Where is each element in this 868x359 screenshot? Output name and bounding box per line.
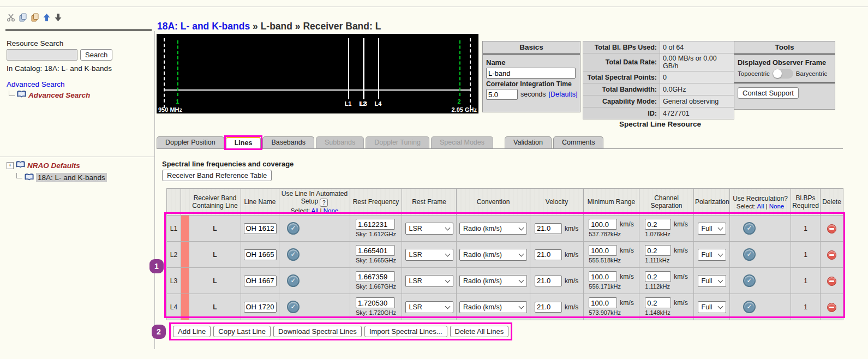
use-line-checkbox[interactable]: ✓ bbox=[287, 222, 300, 235]
use-line-checkbox[interactable]: ✓ bbox=[287, 301, 300, 313]
summary-value: 0 of 64 bbox=[660, 41, 734, 53]
tabstrip-baseline bbox=[157, 148, 843, 149]
convention-select[interactable]: Radio (km/s) bbox=[459, 223, 527, 235]
minimum-range-field[interactable] bbox=[589, 245, 617, 256]
convention-select[interactable]: Radio (km/s) bbox=[459, 301, 527, 313]
row-color-strip bbox=[181, 216, 189, 242]
recirculation-checkbox[interactable]: ✓ bbox=[743, 274, 756, 287]
spectrum-axis-end: 2.05 GHz bbox=[452, 106, 477, 113]
polarization-select[interactable]: Full bbox=[698, 275, 726, 287]
spectral-line-marker bbox=[363, 38, 364, 99]
channel-separation-field[interactable] bbox=[645, 245, 671, 256]
download-spectral-lines-button[interactable]: Download Spectral Lines bbox=[273, 326, 362, 337]
polarization-select[interactable]: Full bbox=[698, 223, 726, 235]
line-name-field[interactable] bbox=[244, 302, 277, 313]
defaults-link[interactable]: [Defaults] bbox=[549, 91, 578, 98]
receiver-edge-label: 1 bbox=[176, 98, 179, 105]
rest-frequency-field[interactable] bbox=[356, 271, 395, 282]
in-catalog-note: In Catalog: 18A: L- and K-bands bbox=[7, 64, 112, 73]
receiver-band-reference-button[interactable]: Receiver Band Reference Table bbox=[162, 170, 272, 181]
rest-frame-select[interactable]: LSR bbox=[405, 223, 453, 235]
paste-icon[interactable] bbox=[31, 13, 39, 22]
rest-frequency-field[interactable] bbox=[356, 245, 395, 256]
delete-line-icon[interactable] bbox=[827, 277, 836, 286]
observer-frame-toggle[interactable] bbox=[773, 69, 793, 79]
contact-support-button[interactable]: Contact Support bbox=[738, 87, 799, 99]
integration-time-field[interactable] bbox=[486, 89, 518, 100]
tab-subbands: Subbands bbox=[316, 136, 364, 148]
line-name-field[interactable] bbox=[244, 249, 277, 260]
velocity-field[interactable] bbox=[535, 302, 562, 313]
receiver-edge-dashed-line bbox=[459, 40, 460, 96]
spectral-line-marker-label: L4 bbox=[374, 100, 381, 107]
convention-select[interactable]: Radio (km/s) bbox=[459, 275, 527, 287]
delete-line-icon[interactable] bbox=[827, 303, 836, 312]
tab-validation[interactable]: Validation bbox=[505, 136, 552, 148]
help-icon[interactable]: ? bbox=[320, 199, 328, 207]
tab-lines[interactable]: Lines bbox=[226, 136, 261, 148]
use-line-checkbox[interactable]: ✓ bbox=[287, 274, 300, 287]
tab-comments[interactable]: Comments bbox=[553, 136, 603, 148]
minimum-range-hz: 555.518kHz bbox=[589, 257, 633, 264]
unit-label: km/s bbox=[565, 251, 578, 259]
name-field[interactable] bbox=[486, 68, 576, 79]
add-line-button[interactable]: Add Line bbox=[173, 326, 211, 337]
velocity-field[interactable] bbox=[535, 276, 562, 286]
delete-line-icon[interactable] bbox=[827, 224, 836, 234]
recirculation-checkbox[interactable]: ✓ bbox=[743, 248, 756, 261]
velocity-field[interactable] bbox=[535, 223, 562, 234]
tree-item-catalog[interactable]: 18A: L- and K-bands bbox=[14, 173, 107, 182]
rest-frequency-field[interactable] bbox=[356, 297, 395, 308]
line-name-field[interactable] bbox=[244, 223, 277, 234]
col-rest-frame: Rest Frame bbox=[402, 189, 457, 216]
col-delete: Delete bbox=[821, 189, 843, 216]
line-name-field[interactable] bbox=[244, 276, 277, 286]
minimum-range-field[interactable] bbox=[589, 271, 617, 282]
search-button[interactable]: Search bbox=[80, 49, 112, 61]
select-all-link[interactable]: All bbox=[312, 207, 319, 214]
move-up-icon[interactable] bbox=[43, 13, 51, 22]
cut-icon[interactable] bbox=[7, 13, 15, 22]
convention-select[interactable]: Radio (km/s) bbox=[459, 249, 527, 261]
copy-last-line-button[interactable]: Copy Last Line bbox=[213, 326, 271, 337]
tab-basebands[interactable]: Basebands bbox=[262, 136, 314, 148]
polarization-select[interactable]: Full bbox=[698, 249, 726, 261]
tree-expand-icon[interactable]: + bbox=[7, 162, 14, 169]
section-heading: Spectral line frequencies and coverage bbox=[162, 160, 294, 168]
delete-all-lines-button[interactable]: Delete All Lines bbox=[450, 326, 509, 337]
table-row: Capability Mode:General observing bbox=[583, 95, 734, 107]
channel-separation-field[interactable] bbox=[645, 219, 671, 230]
channel-separation-field[interactable] bbox=[645, 271, 671, 282]
unit-label: km/s bbox=[565, 303, 578, 311]
recirculation-checkbox[interactable]: ✓ bbox=[743, 222, 756, 235]
rest-frame-select[interactable]: LSR bbox=[405, 301, 453, 313]
move-down-icon[interactable] bbox=[54, 13, 62, 22]
breadcrumb-catalog-link[interactable]: 18A: L- and K-bands bbox=[157, 21, 250, 32]
copy-icon[interactable] bbox=[19, 13, 27, 22]
polarization-select[interactable]: Full bbox=[698, 301, 726, 313]
resource-search-input[interactable] bbox=[7, 49, 77, 61]
tree-item-nrao-defaults[interactable]: + NRAO Defaults bbox=[7, 161, 80, 170]
tab-special-modes: Special Modes bbox=[431, 136, 493, 148]
rest-frequency-field[interactable] bbox=[356, 219, 395, 230]
select-none-link[interactable]: None bbox=[769, 203, 785, 210]
tab-doppler-position[interactable]: Doppler Position bbox=[157, 136, 224, 148]
select-all-link[interactable]: All bbox=[757, 203, 764, 210]
minimum-range-field[interactable] bbox=[589, 219, 617, 230]
sidebar-divider bbox=[5, 29, 152, 31]
import-spectral-lines-button[interactable]: Import Spectral Lines... bbox=[364, 326, 447, 337]
channel-separation-field[interactable] bbox=[645, 297, 671, 308]
advanced-search-link[interactable]: Advanced Search bbox=[7, 80, 65, 88]
sky-frequency-label: Sky: 1.720GHz bbox=[356, 309, 396, 316]
rest-frame-select[interactable]: LSR bbox=[405, 249, 453, 261]
recirculation-checkbox[interactable]: ✓ bbox=[743, 301, 756, 313]
minimum-range-field[interactable] bbox=[589, 297, 617, 308]
tree-item-advanced-search[interactable]: Advanced Search bbox=[7, 91, 90, 99]
velocity-field[interactable] bbox=[535, 249, 562, 260]
receiver-edge-dashed-line bbox=[177, 40, 178, 96]
use-line-checkbox[interactable]: ✓ bbox=[287, 248, 300, 261]
select-none-link[interactable]: None bbox=[324, 207, 339, 214]
table-row: ID:4727701 bbox=[583, 107, 734, 119]
rest-frame-select[interactable]: LSR bbox=[405, 275, 453, 287]
delete-line-icon[interactable] bbox=[827, 250, 836, 260]
